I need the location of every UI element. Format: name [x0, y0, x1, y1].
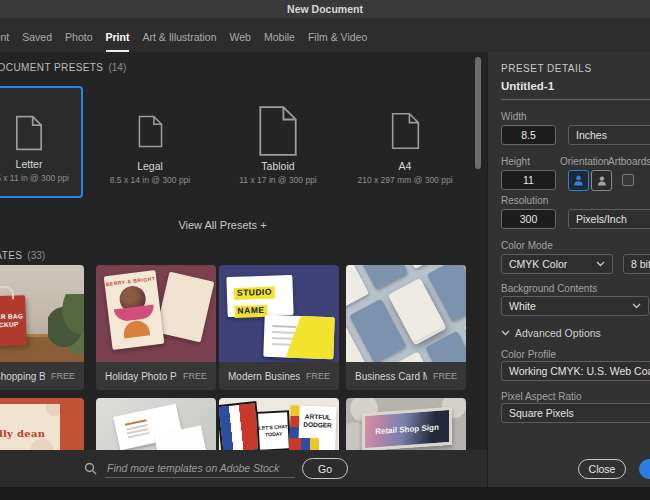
template-name: Business Card Mosai...: [355, 371, 427, 382]
template-tile-holiday-postcard[interactable]: BERRY & BRIGHT Holiday Photo Postc... FR…: [96, 265, 216, 390]
scrollbar-thumb[interactable]: [475, 57, 481, 169]
tab-web[interactable]: Web: [230, 31, 251, 52]
view-all-presets-button[interactable]: View All Presets +: [0, 219, 445, 231]
template-thumbnail: PAPER BAG MOCKUP: [0, 265, 84, 362]
document-icon: [391, 110, 420, 152]
preset-tile-a4[interactable]: A4 210 x 297 mm @ 300 ppi: [351, 86, 459, 198]
template-thumbnail: BERRY & BRIGHT: [96, 265, 216, 362]
paper-bag-graphic: PAPER BAG MOCKUP: [0, 295, 27, 347]
template-name: Shopping Bag...: [0, 371, 45, 382]
document-icon: [258, 103, 298, 159]
units-dropdown[interactable]: Inches: [568, 125, 650, 145]
color-mode-dropdown[interactable]: CMYK Color: [501, 254, 613, 274]
portrait-person-icon: [572, 174, 585, 187]
tab-art-illustration[interactable]: Art & Illustration: [142, 31, 216, 52]
orientation-landscape-button[interactable]: [591, 170, 612, 191]
artboards-checkbox[interactable]: [622, 174, 634, 186]
pixel-aspect-ratio-label: Pixel Aspect Ratio: [501, 391, 582, 402]
preset-details: 8.5 x 14 in @ 300 ppi: [110, 175, 190, 185]
template-tile-retail-shop-sign[interactable]: Retail Shop Sign: [346, 398, 466, 450]
presets-panel: BLANK DOCUMENT PRESETS(14) Letter 8.5 x …: [0, 52, 487, 450]
landscape-person-icon: [596, 175, 608, 187]
width-input[interactable]: [501, 125, 556, 145]
stock-search-bar: [0, 450, 487, 487]
preset-tile-legal[interactable]: Legal 8.5 x 14 in @ 300 ppi: [96, 86, 204, 198]
template-tile-shopping-bag[interactable]: PAPER BAG MOCKUP Shopping Bag... FREE: [0, 265, 84, 390]
template-tile-artful-dodger[interactable]: LET'S CHAT TODAY ARTFUL DODGER: [219, 398, 339, 450]
color-mode-label: Color Mode: [501, 240, 553, 251]
tab-mobile[interactable]: Mobile: [264, 31, 295, 52]
preset-tile-letter[interactable]: Letter 8.5 x 11 in @ 300 ppi: [0, 86, 83, 198]
template-name: Holiday Photo Postc...: [105, 371, 177, 382]
template-tile-nelly-dean[interactable]: nelly dean: [0, 398, 84, 450]
free-badge: FREE: [183, 371, 207, 381]
tab-film-video[interactable]: Film & Video: [308, 31, 367, 52]
tab-recent[interactable]: Recent: [0, 31, 9, 52]
template-tile-modern-business-card[interactable]: STUDIO NAME Modern Business Ca... FREE: [219, 265, 339, 390]
plant-decoration: [48, 294, 84, 354]
chevron-down-icon: [501, 330, 510, 336]
artboards-label: Artboards: [608, 156, 650, 167]
height-input[interactable]: [501, 170, 556, 190]
resolution-input[interactable]: [501, 209, 556, 229]
preset-details-panel: PRESET DETAILS Untitled-1 Width Inches H…: [487, 52, 650, 487]
free-badge: FREE: [306, 371, 330, 381]
template-thumbnail: STUDIO NAME: [219, 265, 339, 362]
color-profile-label: Color Profile: [501, 349, 556, 360]
background-contents-dropdown[interactable]: White: [501, 296, 649, 316]
bottom-strip: [0, 487, 650, 500]
document-icon: [138, 115, 163, 148]
category-tabbar: Recent Saved Photo Print Art & Illustrat…: [0, 18, 650, 52]
template-name: Modern Business Ca...: [228, 371, 300, 382]
stock-search-input[interactable]: [105, 459, 295, 478]
advanced-options-toggle[interactable]: Advanced Options: [501, 327, 601, 339]
presets-count: (14): [108, 62, 126, 73]
preset-details: 210 x 297 mm @ 300 ppi: [357, 175, 452, 185]
orientation-label: Orientation: [560, 156, 609, 167]
tab-print[interactable]: Print: [106, 31, 130, 52]
orientation-portrait-button[interactable]: [568, 170, 589, 191]
template-tile-white-cards[interactable]: [96, 398, 216, 450]
free-badge: FREE: [433, 371, 457, 381]
presets-section-title: BLANK DOCUMENT PRESETS(14): [0, 62, 126, 73]
create-button[interactable]: [639, 459, 650, 479]
pixel-aspect-ratio-dropdown[interactable]: Square Pixels: [501, 403, 650, 423]
tab-photo[interactable]: Photo: [65, 31, 92, 52]
go-button[interactable]: Go: [302, 458, 348, 479]
document-icon: [15, 115, 43, 151]
preset-tile-tabloid[interactable]: Tabloid 11 x 17 in @ 300 ppi: [224, 86, 332, 198]
width-label: Width: [501, 111, 527, 122]
preset-details-header: PRESET DETAILS: [501, 63, 592, 74]
background-contents-label: Background Contents: [501, 283, 597, 294]
templates-count: (33): [27, 250, 45, 261]
document-name-underline: [501, 99, 650, 100]
template-thumbnail: [346, 265, 466, 362]
resolution-label: Resolution: [501, 195, 548, 206]
chevron-down-icon: [632, 303, 641, 309]
window-title: New Document: [287, 3, 363, 15]
document-name-field[interactable]: Untitled-1: [501, 80, 554, 92]
preset-details: 11 x 17 in @ 300 ppi: [239, 175, 316, 185]
close-button[interactable]: Close: [578, 459, 626, 479]
tab-saved[interactable]: Saved: [22, 31, 52, 52]
preset-details: 8.5 x 11 in @ 300 ppi: [0, 173, 69, 183]
color-profile-dropdown[interactable]: Working CMYK: U.S. Web Coated (S: [501, 361, 650, 381]
search-icon: [84, 462, 97, 475]
height-label: Height: [501, 156, 530, 167]
chevron-down-icon: [596, 261, 605, 267]
window-titlebar: New Document: [0, 0, 650, 18]
template-tile-business-card-mosaic[interactable]: Business Card Mosai... FREE: [346, 265, 466, 390]
templates-section-title: TEMPLATES(33): [0, 250, 45, 261]
resolution-units-dropdown[interactable]: Pixels/Inch: [568, 209, 650, 229]
bit-depth-dropdown[interactable]: 8 bit: [623, 254, 650, 274]
free-badge: FREE: [51, 371, 75, 381]
